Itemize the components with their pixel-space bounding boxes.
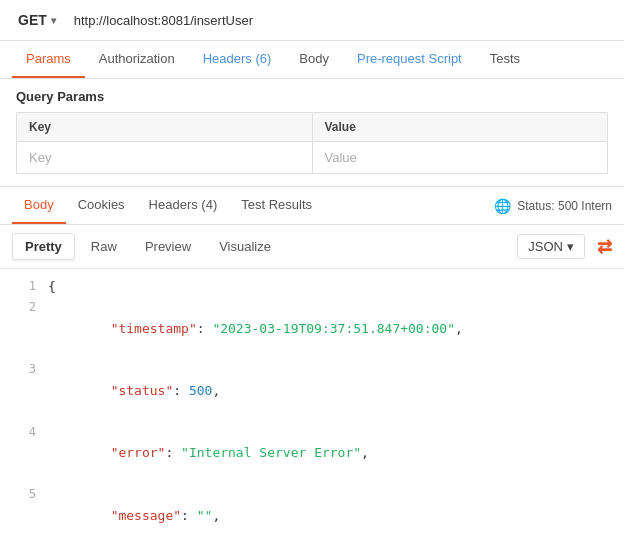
tab-headers[interactable]: Headers (6): [189, 41, 286, 78]
line-num-3: 3: [8, 360, 36, 379]
code-line-4: 4 "error": "Internal Server Error",: [0, 423, 624, 485]
json-format-selector[interactable]: JSON ▾: [517, 234, 585, 259]
query-params-title: Query Params: [16, 89, 608, 104]
code-message: "message": "",: [48, 485, 220, 543]
tab-authorization[interactable]: Authorization: [85, 41, 189, 78]
code-timestamp: "timestamp": "2023-03-19T09:37:51.847+00…: [48, 298, 463, 360]
key-placeholder[interactable]: Key: [17, 142, 313, 174]
query-params-section: Query Params Key Value Key Value: [0, 79, 624, 174]
tab-params[interactable]: Params: [12, 41, 85, 78]
format-bar: Pretty Raw Preview Visualize JSON ▾ ⇄: [0, 225, 624, 269]
wrap-icon[interactable]: ⇄: [597, 236, 612, 258]
code-line-5: 5 "message": "",: [0, 485, 624, 543]
method-selector[interactable]: GET ▾: [12, 8, 62, 32]
code-line-2: 2 "timestamp": "2023-03-19T09:37:51.847+…: [0, 298, 624, 360]
tab-res-body[interactable]: Body: [12, 187, 66, 224]
request-tabs: Params Authorization Headers (6) Body Pr…: [0, 41, 624, 79]
params-empty-row: Key Value: [17, 142, 608, 174]
tab-body[interactable]: Body: [285, 41, 343, 78]
line-num-5: 5: [8, 485, 36, 504]
line-num-2: 2: [8, 298, 36, 317]
fmt-raw[interactable]: Raw: [79, 234, 129, 259]
fmt-preview[interactable]: Preview: [133, 234, 203, 259]
code-error: "error": "Internal Server Error",: [48, 423, 369, 485]
method-label: GET: [18, 12, 47, 28]
tab-prerequest[interactable]: Pre-request Script: [343, 41, 476, 78]
globe-icon: 🌐: [494, 198, 511, 214]
tab-res-headers[interactable]: Headers (4): [137, 187, 230, 224]
response-tabs-row: Body Cookies Headers (4) Test Results 🌐 …: [0, 187, 624, 225]
value-column-header: Value: [312, 113, 608, 142]
tab-tests[interactable]: Tests: [476, 41, 534, 78]
fmt-pretty[interactable]: Pretty: [12, 233, 75, 260]
tab-res-testresults[interactable]: Test Results: [229, 187, 324, 224]
value-placeholder[interactable]: Value: [312, 142, 608, 174]
code-area: 1 { 2 "timestamp": "2023-03-19T09:37:51.…: [0, 269, 624, 543]
key-column-header: Key: [17, 113, 313, 142]
code-line-1: 1 {: [0, 277, 624, 298]
line-num-4: 4: [8, 423, 36, 442]
json-chevron: ▾: [567, 239, 574, 254]
response-section: Body Cookies Headers (4) Test Results 🌐 …: [0, 186, 624, 543]
response-tabs: Body Cookies Headers (4) Test Results: [12, 187, 494, 224]
fmt-visualize[interactable]: Visualize: [207, 234, 283, 259]
tab-res-cookies[interactable]: Cookies: [66, 187, 137, 224]
url-input[interactable]: [70, 9, 612, 32]
code-brace-open: {: [48, 277, 56, 298]
code-line-3: 3 "status": 500,: [0, 360, 624, 422]
line-num-1: 1: [8, 277, 36, 296]
json-label: JSON: [528, 239, 563, 254]
code-status: "status": 500,: [48, 360, 220, 422]
params-table: Key Value Key Value: [16, 112, 608, 174]
status-area: 🌐 Status: 500 Intern: [494, 198, 612, 214]
status-text: Status: 500 Intern: [517, 199, 612, 213]
method-chevron: ▾: [51, 15, 56, 26]
url-bar: GET ▾: [0, 0, 624, 41]
